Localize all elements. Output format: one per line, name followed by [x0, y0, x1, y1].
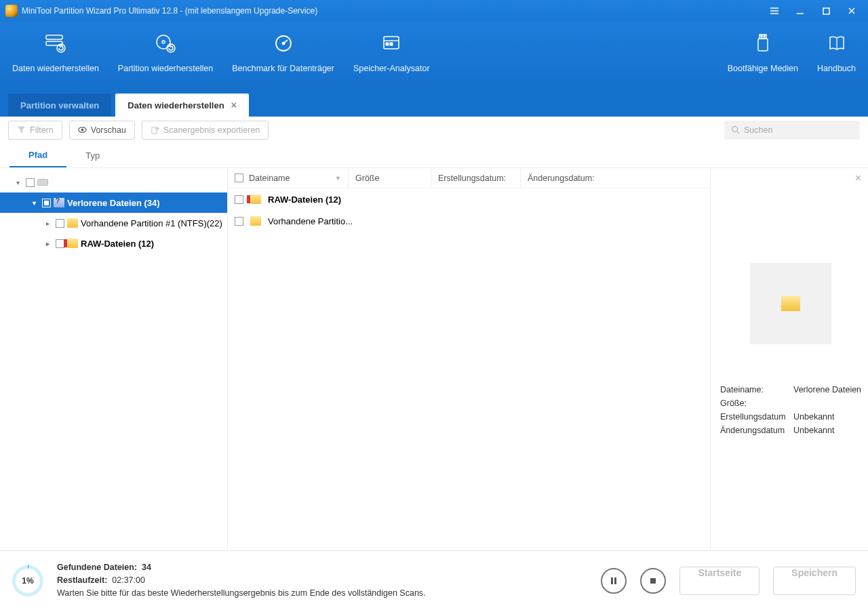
close-button[interactable] — [841, 3, 863, 19]
footer-info: Gefundene Dateien: 34 Restlaufzeit: 02:3… — [57, 561, 426, 599]
ribbon-label: Daten wiederherstellen — [12, 64, 99, 73]
svg-rect-14 — [761, 35, 762, 37]
checkbox[interactable] — [235, 195, 243, 204]
folder-icon — [67, 218, 78, 228]
tab-data-recovery[interactable]: Daten wiederherstellen × — [115, 94, 249, 117]
svg-point-17 — [81, 129, 83, 131]
svg-point-19 — [732, 127, 738, 132]
svg-rect-11 — [390, 43, 393, 45]
space-analyzer-icon — [379, 31, 403, 56]
tree-lost-files[interactable]: ▾ Verlorene Dateien (34) — [0, 192, 227, 213]
chevron-down-icon[interactable]: ▾ — [28, 199, 39, 207]
tree-raw-files[interactable]: ▸ RAW-Dateien (12) — [0, 233, 227, 253]
search-input[interactable]: Suchen — [724, 121, 860, 140]
ribbon-label: Bootfähige Medien — [728, 64, 798, 73]
pv-name-value: Verlorene Dateien — [793, 385, 861, 394]
tab-close-icon[interactable]: × — [231, 100, 237, 110]
chevron-right-icon[interactable]: ▸ — [42, 220, 53, 227]
export-icon — [151, 125, 159, 134]
svg-rect-10 — [386, 43, 389, 45]
window-title: MiniTool Partition Wizard Pro Ultimativ … — [22, 6, 764, 16]
svg-rect-2 — [46, 41, 62, 45]
subtab-type[interactable]: Typ — [66, 144, 119, 167]
usb-icon — [751, 31, 775, 56]
ribbon-bootable-media[interactable]: Bootfähige Medien — [718, 28, 808, 73]
ribbon-data-recovery[interactable]: Daten wiederherstellen — [3, 28, 108, 73]
folder-icon — [781, 296, 800, 311]
list-item[interactable]: RAW-Dateien (12) — [228, 188, 710, 210]
toolbar: Filtern Vorschau Scanergebnis exportiere… — [0, 117, 868, 144]
checkbox[interactable] — [56, 219, 64, 228]
svg-point-4 — [157, 35, 170, 49]
pv-modified-label: Änderungsdatum — [720, 426, 793, 435]
svg-rect-15 — [764, 35, 765, 37]
pv-size-value — [793, 399, 861, 408]
stop-button[interactable] — [640, 568, 666, 594]
svg-rect-20 — [611, 577, 613, 584]
preview-close-icon[interactable]: × — [855, 172, 861, 184]
tree-pane: ▾ ▾ Verlorene Dateien (34) ▸ Vorhandene … — [0, 168, 228, 550]
ribbon-space-analyzer[interactable]: Speicher-Analysator — [344, 28, 439, 73]
svg-rect-0 — [823, 8, 829, 14]
raw-folder-icon — [67, 239, 78, 248]
ribbon-partition-recovery[interactable]: Partition wiederherstellen — [108, 28, 222, 73]
pv-name-label: Dateiname: — [720, 385, 793, 394]
maximize-button[interactable] — [815, 3, 837, 19]
col-size[interactable]: Größe — [355, 174, 379, 183]
col-name[interactable]: Dateiname — [249, 174, 290, 183]
filter-icon — [17, 125, 26, 134]
pv-size-label: Größe: — [720, 399, 793, 408]
home-button[interactable]: Startseite — [679, 567, 760, 595]
pause-button[interactable] — [601, 568, 627, 594]
tab-partition-manage[interactable]: Partition verwalten — [8, 94, 111, 117]
preview-thumbnail — [750, 263, 831, 344]
filter-button[interactable]: Filtern — [8, 121, 62, 140]
ribbon-label: Benchmark für Datenträger — [232, 64, 334, 73]
list-pane: Dateiname ▼ Größe Erstellungsdatum: Ände… — [228, 168, 711, 550]
ribbon-label: Handbuch — [817, 64, 856, 73]
col-created[interactable]: Erstellungsdatum: — [438, 174, 506, 183]
pv-created-label: Erstellungsdatum — [720, 412, 793, 422]
svg-rect-1 — [46, 35, 62, 39]
col-modified[interactable]: Änderungsdatum: — [528, 174, 595, 183]
list-header: Dateiname ▼ Größe Erstellungsdatum: Ände… — [228, 168, 710, 188]
chevron-right-icon[interactable]: ▸ — [42, 240, 53, 247]
folder-icon — [250, 216, 261, 226]
export-button[interactable]: Scanergebnis exportieren — [142, 121, 269, 140]
checkbox[interactable] — [235, 217, 243, 226]
raw-folder-icon — [250, 195, 261, 204]
title-bar: MiniTool Partition Wizard Pro Ultimativ … — [0, 0, 868, 22]
pv-created-value: Unbekannt — [793, 412, 861, 422]
svg-rect-22 — [650, 578, 656, 584]
save-button[interactable]: Speichern — [773, 567, 856, 595]
svg-rect-13 — [758, 39, 768, 51]
checkbox[interactable] — [26, 178, 35, 187]
ribbon-benchmark[interactable]: Benchmark für Datenträger — [222, 28, 344, 73]
app-logo-icon — [5, 5, 18, 17]
preview-button[interactable]: Vorschau — [69, 121, 135, 140]
pv-modified-value: Unbekannt — [793, 426, 861, 435]
tree-existing-partition[interactable]: ▸ Vorhandene Partition #1 (NTFS)(22) — [0, 213, 227, 233]
footer: 1% Gefundene Dateien: 34 Restlaufzeit: 0… — [0, 550, 868, 610]
checkbox-all[interactable] — [235, 174, 243, 182]
tabs-row: Partition verwalten Daten wiederherstell… — [0, 92, 868, 117]
tree-root[interactable]: ▾ — [0, 172, 227, 192]
minimize-button[interactable] — [789, 3, 811, 19]
lost-folder-icon — [54, 198, 64, 207]
sort-desc-icon[interactable]: ▼ — [335, 175, 341, 182]
svg-point-5 — [162, 41, 165, 43]
subtab-path[interactable]: Pfad — [9, 144, 66, 167]
list-item[interactable]: Vorhandene Partitio... — [228, 210, 710, 232]
main-area: ▾ ▾ Verlorene Dateien (34) ▸ Vorhandene … — [0, 168, 868, 550]
svg-rect-21 — [614, 577, 616, 584]
data-recovery-icon — [43, 31, 68, 56]
book-icon — [825, 31, 849, 56]
hamburger-button[interactable] — [764, 3, 785, 19]
ribbon-label: Speicher-Analysator — [353, 64, 430, 73]
ribbon-manual[interactable]: Handbuch — [808, 28, 865, 73]
checkbox[interactable] — [42, 199, 51, 207]
eye-icon — [78, 125, 87, 134]
subtabs: Pfad Typ — [0, 144, 868, 168]
chevron-down-icon[interactable]: ▾ — [12, 179, 23, 186]
preview-pane: × Dateiname:Verlorene Dateien Größe: Ers… — [711, 168, 868, 550]
